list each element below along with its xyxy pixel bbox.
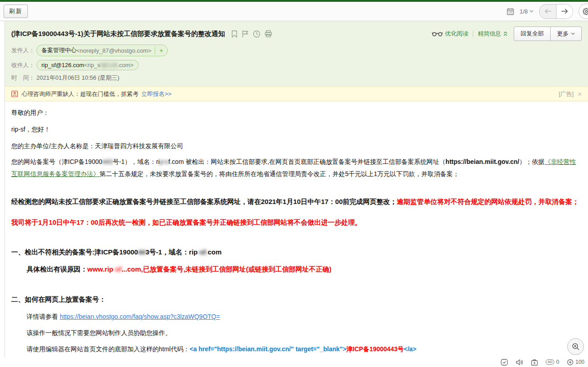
mail-body: 尊敬的用户： rip-sf，您好！ 您的主办单位/主办人名称是：天津瑞普四方科技… xyxy=(5,101,588,357)
mail-nav-arrows xyxy=(539,4,573,19)
zoom-plus-icon xyxy=(567,359,574,366)
toolbar: 刷新 1/8 xyxy=(0,2,588,21)
violation-notice-paragraph: 您的网站备案号（津ICP备19000443号-1），域名：rip-sf.com … xyxy=(11,156,582,180)
miit-url: https://beian.miit.gov.cn/ xyxy=(445,158,519,165)
deadline-paragraph: 经检测您的网站未按工信部要求正确放置备案号并链接至工信部备案系统网址，请在202… xyxy=(11,197,582,206)
ad-count: 0 xyxy=(556,359,559,365)
redacted-icp-digits: 443 xyxy=(102,158,112,165)
redacted-domain: -sf. xyxy=(197,248,208,256)
chevron-up-icon xyxy=(503,32,507,36)
zoom-in-floating-button[interactable] xyxy=(567,338,584,355)
time-row: 时 间： 2021年01月06日 10:56 (星期三) xyxy=(11,74,582,82)
ad-signup-link[interactable]: 立即报名>> xyxy=(141,90,171,98)
page-indicator[interactable]: 1/8 xyxy=(520,8,534,15)
mail-subject: (津ICP备19000443号-1)关于网站未按工信部要求放置备案号的整改通知 xyxy=(11,30,225,38)
error-reason-line: 具体检出有误原因：www.rip-sf...com,已放置备案号,未链接到工信部… xyxy=(11,265,582,274)
bookmark-icon[interactable] xyxy=(231,30,238,38)
mail-header: (津ICP备19000443号-1)关于网站未按工信部要求放置备案号的整改通知 … xyxy=(5,21,588,86)
reading-pane: (津ICP备19000443号-1)关于网站未按工信部要求放置备案号的整改通知 … xyxy=(4,21,588,357)
greeting-line: 尊敬的用户： xyxy=(11,108,582,117)
recheck-warning-paragraph: 我司将于1月10日中午17：00后再次统一检测，如已正确放置备案号并正确链接到工… xyxy=(11,218,582,227)
chevron-down-icon xyxy=(530,10,534,13)
faq-line: 详情请参看 https://beian.vhostgo.com/faq/show… xyxy=(11,312,582,321)
settings-gear-button[interactable] xyxy=(579,4,588,19)
section-two-heading: 二、如何在网页上放置备案号： xyxy=(11,295,582,304)
concise-info-toggle[interactable]: 精简信息 xyxy=(478,30,507,38)
ad-banner[interactable]: 心理咨询师严重缺人：趁现在门槛低，抓紧考 立即报名>> [广告] × xyxy=(5,86,588,101)
ad-tag: [广告] xyxy=(559,90,574,98)
print-icon[interactable] xyxy=(265,30,272,38)
refresh-button[interactable]: 刷新 xyxy=(4,5,28,18)
zoom-percentage: 100 xyxy=(575,359,584,365)
next-mail-button[interactable] xyxy=(556,5,573,18)
to-contact-pill[interactable]: rip_sf@126.com <rip_s f@126 .com> xyxy=(36,60,139,70)
chevron-down-icon xyxy=(571,32,575,35)
helper-note-line: 该操作一般情况下需要您网站制作人员协助您操作。 xyxy=(11,328,582,337)
section-one-heading: 一、检出不符相关的备案号:津ICP备19000443号-1，域名：rip-sf.… xyxy=(11,248,582,257)
from-contact-pill[interactable]: 备案管理中心 <noreply_87@vhostgo.com> + xyxy=(36,45,168,56)
add-contact-button[interactable]: + xyxy=(155,47,167,54)
faq-link[interactable]: https://beian.vhostgo.com/faq/show.asp?c… xyxy=(60,313,220,320)
glasses-icon xyxy=(432,31,443,36)
status-bar: AD 0 100 xyxy=(0,357,588,367)
redacted-icp-digits: 44 xyxy=(138,248,146,256)
close-icon[interactable]: × xyxy=(578,90,582,98)
html-code-line: 请使用编辑器在网站首页文件的底部加入这样的html代码：<a href="htt… xyxy=(11,344,582,353)
redacted-domain: -sf xyxy=(113,265,121,273)
reply-all-button[interactable]: 回复全部 xyxy=(514,27,550,41)
mail-timestamp: 2021年01月06日 10:56 (星期三) xyxy=(36,74,119,82)
ad-cert-icon xyxy=(11,91,18,97)
read-receipt-icon[interactable] xyxy=(501,359,508,366)
more-button[interactable]: 更多 xyxy=(550,27,581,41)
ad-filter-indicator[interactable]: AD 0 xyxy=(546,359,559,365)
html-code-icp-number: 津ICP备19000443号 xyxy=(346,345,404,353)
ad-text: 心理咨询师严重缺人：趁现在门槛低，抓紧考 xyxy=(22,90,139,98)
redacted-address: f@126 xyxy=(100,62,118,68)
divider xyxy=(473,31,473,37)
to-row: 收件人： rip_sf@126.com <rip_s f@126 .com> xyxy=(11,60,582,70)
redacted-domain: p-s xyxy=(160,158,168,165)
optimize-reading-link[interactable]: 优化阅读 xyxy=(432,30,468,38)
html-code-open-tag: <a href="https://beian.miit.gov.cn/" tar… xyxy=(189,345,346,353)
speaker-icon[interactable] xyxy=(516,359,523,366)
zoom-level-indicator[interactable]: 100 xyxy=(567,359,584,366)
reply-button-group: 回复全部 更多 xyxy=(514,27,582,41)
to-label: 收件人： xyxy=(11,61,36,69)
salutation-line: rip-sf，您好！ xyxy=(11,125,582,134)
html-code-close-tag: </a> xyxy=(404,345,416,353)
calendar-icon[interactable] xyxy=(507,8,514,15)
from-row: 发件人： 备案管理中心 <noreply_87@vhostgo.com> + xyxy=(11,45,582,56)
flag-icon[interactable] xyxy=(242,30,249,38)
archive-box-icon[interactable] xyxy=(531,359,538,366)
from-label: 发件人： xyxy=(11,46,36,54)
ad-badge-icon: AD xyxy=(546,359,554,365)
prev-mail-button[interactable] xyxy=(539,5,556,18)
time-label: 时 间： xyxy=(11,74,36,82)
clock-icon[interactable] xyxy=(253,30,260,38)
subject-action-icons xyxy=(231,30,272,38)
organizer-line: 您的主办单位/主办人名称是：天津瑞普四方科技发展有限公司 xyxy=(11,141,582,150)
